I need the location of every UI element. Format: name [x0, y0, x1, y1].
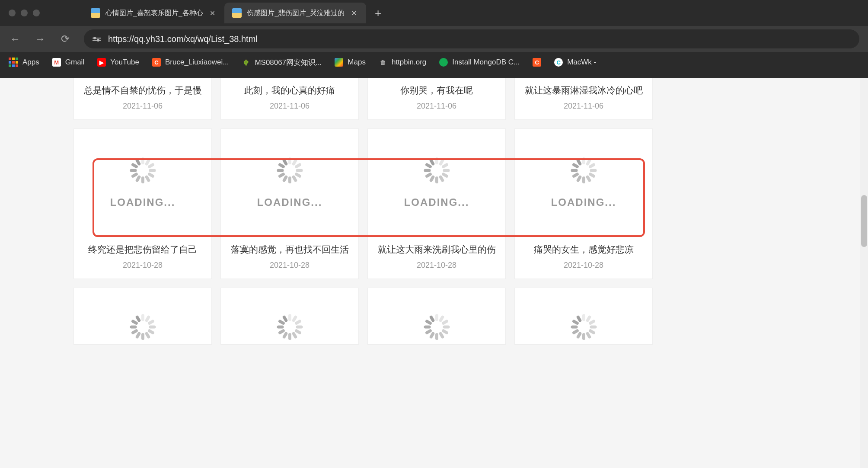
bookmark-9[interactable]: CMacWk - [554, 58, 596, 67]
image-card[interactable]: LOADING... [367, 288, 506, 345]
loading-spinner-icon [130, 157, 156, 183]
image-card[interactable]: LOADING... [220, 288, 359, 345]
card-image-placeholder: LOADING... [74, 288, 211, 344]
bin-icon: 🗑 [379, 58, 387, 67]
scrollbar-thumb[interactable] [861, 195, 867, 247]
tab-favicon [91, 8, 100, 18]
youtube-icon: ▶ [97, 58, 106, 67]
card-image-placeholder: LOADING... [221, 288, 358, 344]
bookmark-3[interactable]: CBruce_Liuxiaowei... [152, 58, 229, 67]
bookmark-label: Bruce_Liuxiaowei... [165, 58, 229, 67]
apps-icon [9, 58, 18, 67]
card-image-placeholder: LOADING... [368, 288, 505, 344]
toolbar: ← → ⟳ https://qq.yh31.com/xq/wq/List_38.… [0, 26, 868, 52]
mongo-icon [439, 58, 448, 67]
maps-icon [335, 58, 343, 67]
c-icon: C [152, 58, 161, 67]
loading-spinner-icon [277, 157, 303, 183]
card-date: 2021-11-06 [519, 102, 648, 111]
forward-button[interactable]: → [34, 33, 47, 45]
bookmark-5[interactable]: Maps [335, 58, 366, 67]
loading-label: LOADING... [404, 196, 469, 208]
maximize-window-button[interactable] [33, 10, 40, 16]
address-bar[interactable]: https://qq.yh31.com/xq/wq/List_38.html [84, 29, 859, 48]
bookmark-label: MacWk - [567, 58, 596, 67]
bookmarks-bar: AppsMGmail▶YouTubeCBruce_Liuxiaowei...🌵M… [0, 52, 868, 73]
page-content: LOADING... 总是情不自禁的忧伤，于是慢 2021-11-06 LOAD… [0, 78, 868, 468]
site-settings-icon[interactable] [93, 38, 101, 41]
bookmark-4[interactable]: 🌵MS08067网安知识... [242, 58, 322, 67]
cactus-icon: 🌵 [242, 58, 250, 67]
card-image-placeholder: LOADING... [368, 129, 505, 237]
bookmark-label: YouTube [110, 58, 139, 67]
c-icon: C [533, 58, 541, 67]
card-body: 就让这大雨来洗刷我心里的伤 2021-10-28 [368, 237, 505, 279]
image-card[interactable]: LOADING... [514, 288, 653, 345]
bookmark-2[interactable]: ▶YouTube [97, 58, 139, 67]
bookmark-1[interactable]: MGmail [52, 58, 84, 67]
bookmark-label: Apps [22, 58, 39, 67]
card-date: 2021-10-28 [519, 261, 648, 270]
image-card[interactable]: LOADING... 就让这大雨来洗刷我心里的伤 2021-10-28 [367, 128, 506, 279]
reload-button[interactable]: ⟳ [59, 33, 72, 45]
card-body: 此刻，我的心真的好痛 2021-11-06 [221, 78, 358, 119]
card-title: 落寞的感觉，再也找不回生活 [225, 244, 354, 256]
gmail-icon: M [52, 58, 61, 67]
card-title: 此刻，我的心真的好痛 [225, 84, 354, 96]
image-card[interactable]: LOADING... 痛哭的女生，感觉好悲凉 2021-10-28 [514, 128, 653, 279]
card-image-placeholder: LOADING... [515, 129, 652, 237]
card-body: 痛哭的女生，感觉好悲凉 2021-10-28 [515, 237, 652, 279]
card-body: 总是情不自禁的忧伤，于是慢 2021-11-06 [74, 78, 211, 119]
loading-label: LOADING... [551, 196, 616, 208]
bookmark-label: Maps [348, 58, 366, 67]
loading-spinner-icon [571, 314, 597, 340]
loading-label: LOADING... [257, 196, 322, 208]
close-window-button[interactable] [9, 10, 16, 16]
bookmark-label: httpbin.org [392, 58, 426, 67]
url-text[interactable]: https://qq.yh31.com/xq/wq/List_38.html [108, 34, 258, 44]
bookmark-label: Install MongoDB C... [452, 58, 520, 67]
tab-favicon [232, 8, 242, 18]
card-body: 落寞的感觉，再也找不回生活 2021-10-28 [221, 237, 358, 279]
card-image-placeholder: LOADING... [515, 288, 652, 344]
tab-close-icon[interactable]: × [208, 8, 217, 18]
image-card[interactable]: LOADING... 就让这暴雨淋湿我冰冷的心吧 2021-11-06 [514, 78, 653, 120]
back-button[interactable]: ← [9, 33, 22, 45]
card-title: 就让这大雨来洗刷我心里的伤 [372, 244, 501, 256]
browser-chrome: 心情图片_喜怒哀乐图片_各种心 × 伤感图片_悲伤图片_哭泣难过的 × + ← … [0, 0, 868, 78]
image-card[interactable]: LOADING... [73, 288, 212, 345]
tab-title: 心情图片_喜怒哀乐图片_各种心 [105, 9, 203, 18]
card-title: 终究还是把悲伤留给了自己 [78, 244, 207, 256]
image-card[interactable]: LOADING... 此刻，我的心真的好痛 2021-11-06 [220, 78, 359, 120]
bookmark-label: MS08067网安知识... [255, 58, 322, 67]
card-title: 痛哭的女生，感觉好悲凉 [519, 244, 648, 256]
bookmark-7[interactable]: Install MongoDB C... [439, 58, 520, 67]
scrollbar[interactable] [860, 78, 868, 468]
new-tab-button[interactable]: + [366, 6, 390, 20]
image-card[interactable]: LOADING... 终究还是把悲伤留给了自己 2021-10-28 [73, 128, 212, 279]
tab-strip: 心情图片_喜怒哀乐图片_各种心 × 伤感图片_悲伤图片_哭泣难过的 × [83, 0, 366, 26]
bookmark-label: Gmail [65, 58, 84, 67]
card-image-placeholder: LOADING... [74, 129, 211, 237]
card-grid: LOADING... 总是情不自禁的忧伤，于是慢 2021-11-06 LOAD… [0, 78, 868, 345]
card-date: 2021-11-06 [78, 102, 207, 111]
card-date: 2021-10-28 [78, 261, 207, 270]
image-card[interactable]: LOADING... 落寞的感觉，再也找不回生活 2021-10-28 [220, 128, 359, 279]
card-image-placeholder: LOADING... [221, 129, 358, 237]
minimize-window-button[interactable] [21, 10, 28, 16]
image-card[interactable]: LOADING... 你别哭，有我在呢 2021-11-06 [367, 78, 506, 120]
loading-spinner-icon [424, 157, 450, 183]
macwk-icon: C [554, 58, 563, 67]
tab-0[interactable]: 心情图片_喜怒哀乐图片_各种心 × [83, 3, 224, 23]
tab-1[interactable]: 伤感图片_悲伤图片_哭泣难过的 × [224, 3, 366, 23]
image-card[interactable]: LOADING... 总是情不自禁的忧伤，于是慢 2021-11-06 [73, 78, 212, 120]
loading-spinner-icon [424, 314, 450, 340]
card-title: 总是情不自禁的忧伤，于是慢 [78, 84, 207, 96]
card-title: 就让这暴雨淋湿我冰冷的心吧 [519, 84, 648, 96]
bookmark-6[interactable]: 🗑httpbin.org [379, 58, 426, 67]
bookmark-8[interactable]: C [533, 58, 541, 67]
tab-close-icon[interactable]: × [350, 8, 358, 18]
loading-spinner-icon [571, 157, 597, 183]
window-controls [9, 10, 40, 16]
bookmark-0[interactable]: Apps [9, 58, 39, 67]
